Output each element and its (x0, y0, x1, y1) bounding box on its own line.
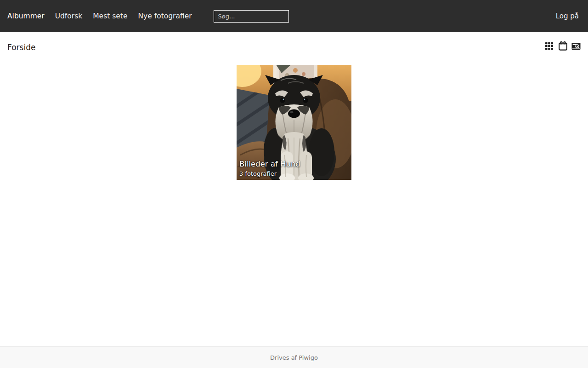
grid-view-icon-glyph (545, 42, 554, 50)
page-footer: Drives af Piwigo (0, 346, 588, 368)
display-mode-toolbar (545, 41, 581, 51)
powered-by-text[interactable]: Drives af Piwigo (270, 354, 318, 361)
nav-item-albums[interactable]: Albummer (7, 12, 45, 20)
photo-sizes-icon-glyph (571, 42, 581, 50)
search-input[interactable] (214, 10, 289, 23)
album-grid: Billeder af Hund 3 fotografier (0, 63, 588, 346)
calendar-view-icon[interactable] (558, 41, 567, 51)
nav-item-new-photos[interactable]: Nye fotografier (138, 12, 192, 20)
top-navbar: Albummer Udforsk Mest sete Nye fotografi… (0, 0, 588, 32)
photo-sizes-icon[interactable] (571, 41, 581, 51)
breadcrumb-bar: Forside (0, 32, 588, 63)
nav-item-most-viewed[interactable]: Mest sete (93, 12, 127, 20)
grid-view-icon[interactable] (545, 41, 554, 51)
album-card-billeder-af-hund[interactable]: Billeder af Hund 3 fotografier (237, 65, 351, 180)
album-thumbnail-image (237, 65, 351, 180)
login-link[interactable]: Log på (556, 12, 581, 20)
breadcrumb[interactable]: Forside (7, 43, 35, 52)
calendar-view-icon-glyph (559, 41, 567, 51)
nav-item-explore[interactable]: Udforsk (55, 12, 83, 20)
